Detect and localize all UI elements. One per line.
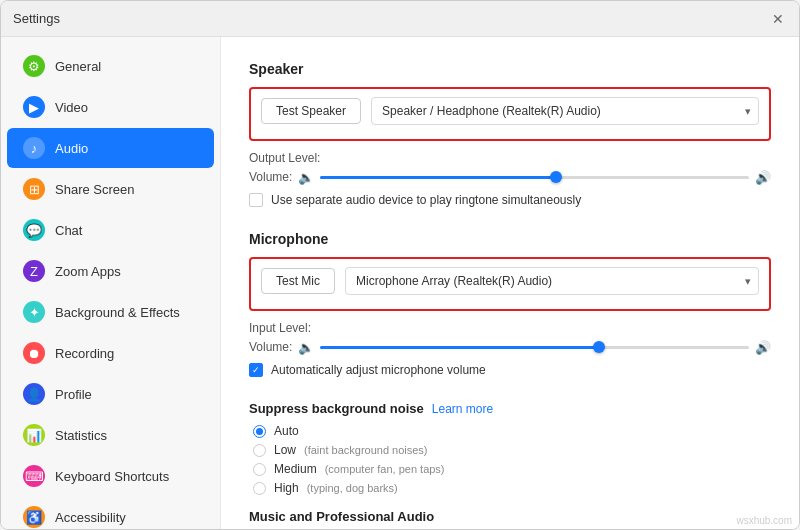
close-button[interactable]: ✕ — [769, 10, 787, 28]
sidebar-item-zoom-apps[interactable]: ZZoom Apps — [7, 251, 214, 291]
speaker-volume-low-icon: 🔈 — [298, 170, 314, 185]
mic-slider-thumb[interactable] — [593, 341, 605, 353]
radio-medium[interactable]: Medium (computer fan, pen taps) — [253, 462, 771, 476]
sidebar-item-label-statistics: Statistics — [55, 428, 107, 443]
statistics-icon: 📊 — [23, 424, 45, 446]
share-screen-icon: ⊞ — [23, 178, 45, 200]
mic-volume-slider[interactable] — [320, 339, 749, 355]
radio-circle-low — [253, 444, 266, 457]
sidebar-item-label-chat: Chat — [55, 223, 82, 238]
speaker-red-box: Test Speaker Speaker / Headphone (Realte… — [249, 87, 771, 141]
input-level-label: Input Level: — [249, 321, 311, 335]
speaker-volume-row: Volume: 🔈 🔊 — [249, 169, 771, 185]
microphone-section: Microphone Test Mic Microphone Array (Re… — [249, 231, 771, 377]
profile-icon: 👤 — [23, 383, 45, 405]
output-level-label: Output Level: — [249, 151, 320, 165]
sidebar-item-label-accessibility: Accessibility — [55, 510, 126, 525]
radio-low[interactable]: Low (faint background noises) — [253, 443, 771, 457]
sidebar-item-label-audio: Audio — [55, 141, 88, 156]
separate-device-checkbox[interactable] — [249, 193, 263, 207]
radio-label-low: Low — [274, 443, 296, 457]
sidebar-item-keyboard-shortcuts[interactable]: ⌨Keyboard Shortcuts — [7, 456, 214, 496]
auto-adjust-label: Automatically adjust microphone volume — [271, 363, 486, 377]
keyboard-shortcuts-icon: ⌨ — [23, 465, 45, 487]
mic-slider-track — [320, 346, 749, 349]
auto-adjust-checkbox[interactable] — [249, 363, 263, 377]
window-title: Settings — [13, 11, 60, 26]
radio-sub-high: (typing, dog barks) — [307, 482, 398, 494]
sidebar-item-label-keyboard-shortcuts: Keyboard Shortcuts — [55, 469, 169, 484]
radio-sub-low: (faint background noises) — [304, 444, 428, 456]
video-icon: ▶ — [23, 96, 45, 118]
suppress-noise-section: Suppress background noise Learn more Aut… — [249, 401, 771, 495]
test-speaker-button[interactable]: Test Speaker — [261, 98, 361, 124]
speaker-dropdown[interactable]: Speaker / Headphone (Realtek(R) Audio)De… — [371, 97, 759, 125]
sidebar-item-label-profile: Profile — [55, 387, 92, 402]
sidebar-item-label-general: General — [55, 59, 101, 74]
sidebar-item-label-share-screen: Share Screen — [55, 182, 135, 197]
sidebar-item-label-recording: Recording — [55, 346, 114, 361]
test-mic-button[interactable]: Test Mic — [261, 268, 335, 294]
mic-dropdown[interactable]: Microphone Array (Realtek(R) Audio)Defau… — [345, 267, 759, 295]
sidebar: ⚙General▶Video♪Audio⊞Share Screen💬ChatZZ… — [1, 37, 221, 529]
sidebar-item-general[interactable]: ⚙General — [7, 46, 214, 86]
sidebar-item-profile[interactable]: 👤Profile — [7, 374, 214, 414]
sidebar-item-label-background-effects: Background & Effects — [55, 305, 180, 320]
mic-volume-row: Volume: 🔈 🔊 — [249, 339, 771, 355]
speaker-volume-label: Volume: — [249, 170, 292, 184]
mic-volume-high-icon: 🔊 — [755, 340, 771, 355]
mic-volume-low-icon: 🔈 — [298, 340, 314, 355]
audio-icon: ♪ — [23, 137, 45, 159]
speaker-select-wrapper: Speaker / Headphone (Realtek(R) Audio)De… — [371, 97, 759, 125]
radio-label-medium: Medium — [274, 462, 317, 476]
suppress-noise-title: Suppress background noise Learn more — [249, 401, 771, 416]
sidebar-item-audio[interactable]: ♪Audio — [7, 128, 214, 168]
radio-high[interactable]: High (typing, dog barks) — [253, 481, 771, 495]
radio-circle-high — [253, 482, 266, 495]
speaker-volume-slider[interactable] — [320, 169, 749, 185]
speaker-controls-row: Test Speaker Speaker / Headphone (Realte… — [261, 97, 759, 125]
speaker-section: Speaker Test Speaker Speaker / Headphone… — [249, 61, 771, 207]
microphone-controls-row: Test Mic Microphone Array (Realtek(R) Au… — [261, 267, 759, 295]
sidebar-item-video[interactable]: ▶Video — [7, 87, 214, 127]
background-effects-icon: ✦ — [23, 301, 45, 323]
speaker-slider-thumb[interactable] — [550, 171, 562, 183]
radio-label-auto: Auto — [274, 424, 299, 438]
separate-device-label: Use separate audio device to play ringto… — [271, 193, 581, 207]
speaker-title: Speaker — [249, 61, 771, 77]
auto-adjust-row: Automatically adjust microphone volume — [249, 363, 771, 377]
sidebar-item-background-effects[interactable]: ✦Background & Effects — [7, 292, 214, 332]
radio-circle-medium — [253, 463, 266, 476]
speaker-volume-high-icon: 🔊 — [755, 170, 771, 185]
mic-select-wrapper: Microphone Array (Realtek(R) Audio)Defau… — [345, 267, 759, 295]
output-level-row: Output Level: — [249, 151, 771, 165]
mic-slider-fill — [320, 346, 599, 349]
sidebar-item-share-screen[interactable]: ⊞Share Screen — [7, 169, 214, 209]
recording-icon: ⏺ — [23, 342, 45, 364]
speaker-slider-fill — [320, 176, 556, 179]
titlebar: Settings ✕ — [1, 1, 799, 37]
main-content: ⚙General▶Video♪Audio⊞Share Screen💬ChatZZ… — [1, 37, 799, 529]
input-level-row: Input Level: — [249, 321, 771, 335]
general-icon: ⚙ — [23, 55, 45, 77]
radio-circle-auto — [253, 425, 266, 438]
content-area: Speaker Test Speaker Speaker / Headphone… — [221, 37, 799, 529]
suppress-noise-radio-group: AutoLow (faint background noises)Medium … — [253, 424, 771, 495]
sidebar-item-label-zoom-apps: Zoom Apps — [55, 264, 121, 279]
learn-more-link[interactable]: Learn more — [432, 402, 493, 416]
mic-volume-label: Volume: — [249, 340, 292, 354]
microphone-title: Microphone — [249, 231, 771, 247]
speaker-slider-track — [320, 176, 749, 179]
sidebar-item-accessibility[interactable]: ♿Accessibility — [7, 497, 214, 529]
music-audio-section: Music and Professional Audio Show in-mee… — [249, 509, 771, 529]
sidebar-item-statistics[interactable]: 📊Statistics — [7, 415, 214, 455]
microphone-red-box: Test Mic Microphone Array (Realtek(R) Au… — [249, 257, 771, 311]
radio-auto[interactable]: Auto — [253, 424, 771, 438]
separate-device-row: Use separate audio device to play ringto… — [249, 193, 771, 207]
radio-label-high: High — [274, 481, 299, 495]
sidebar-item-chat[interactable]: 💬Chat — [7, 210, 214, 250]
sidebar-item-recording[interactable]: ⏺Recording — [7, 333, 214, 373]
settings-window: Settings ✕ ⚙General▶Video♪Audio⊞Share Sc… — [0, 0, 800, 530]
zoom-apps-icon: Z — [23, 260, 45, 282]
radio-sub-medium: (computer fan, pen taps) — [325, 463, 445, 475]
